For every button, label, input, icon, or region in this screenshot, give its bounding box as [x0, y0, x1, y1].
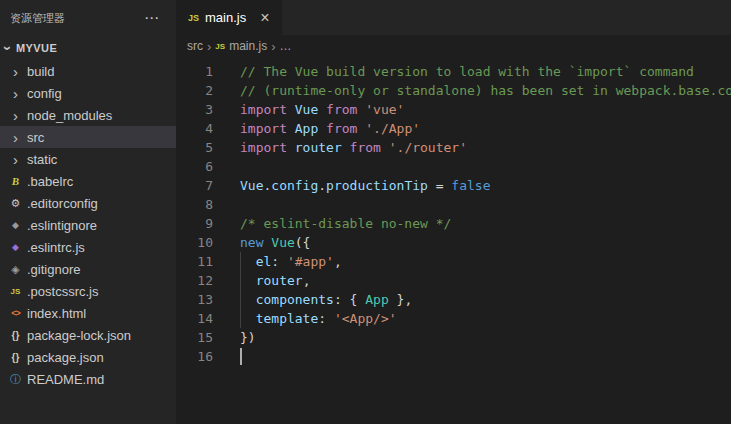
- token-comment: // The Vue build version to load with th…: [240, 64, 694, 79]
- project-section-label: MYVUE: [16, 42, 57, 54]
- tree-item-.postcssrc.js[interactable]: JS.postcssrc.js: [0, 280, 176, 302]
- line-number: 13: [176, 290, 213, 309]
- line-number: 10: [176, 233, 213, 252]
- line-content: router,: [240, 271, 310, 290]
- chevron-right-icon: ›: [8, 152, 23, 167]
- tree-item-label: static: [27, 152, 57, 167]
- token-keyword: import: [240, 140, 295, 155]
- explorer-title: 资源管理器: [10, 11, 65, 26]
- code-line-15[interactable]: 15}): [176, 328, 731, 347]
- code-line-13[interactable]: 13 components: { App },: [176, 290, 731, 309]
- token-var: template: [256, 311, 319, 326]
- code-line-2[interactable]: 2// (runtime-only or standalone) has bee…: [176, 81, 731, 100]
- line-content: import Vue from 'vue': [240, 100, 404, 119]
- chevron-right-icon: ›: [207, 39, 211, 54]
- tab-label: main.js: [205, 10, 246, 25]
- js-icon: JS: [188, 13, 199, 23]
- tree-item-src[interactable]: ›src: [0, 126, 176, 148]
- code-line-16[interactable]: 16: [176, 347, 731, 366]
- eslint-ignore-icon: ◆: [8, 220, 23, 230]
- code-line-14[interactable]: 14 template: '<App/>': [176, 309, 731, 328]
- token-plain: ,: [303, 273, 311, 288]
- token-plain: =: [428, 178, 451, 193]
- project-section-header[interactable]: › MYVUE: [0, 36, 176, 60]
- more-actions-icon[interactable]: ⋯: [144, 9, 160, 27]
- breadcrumb-item-more[interactable]: …: [280, 39, 292, 53]
- indent-guide: [240, 290, 241, 309]
- token-keyword: from: [342, 140, 389, 155]
- tree-item-label: node_modules: [27, 108, 112, 123]
- git-icon: ◈: [8, 263, 23, 276]
- token-var: productionTip: [326, 178, 428, 193]
- tree-item-.eslintignore[interactable]: ◆.eslintignore: [0, 214, 176, 236]
- tree-item-label: .gitignore: [27, 262, 80, 277]
- tree-item-package.json[interactable]: {}package.json: [0, 346, 176, 368]
- token-plain: [240, 273, 256, 288]
- line-number: 12: [176, 271, 213, 290]
- tab-bar: JS main.js ×: [176, 0, 731, 35]
- js-icon: JS: [215, 42, 225, 51]
- code-line-6[interactable]: 6: [176, 157, 731, 176]
- tree-item-README.md[interactable]: ⓘREADME.md: [0, 368, 176, 390]
- tree-item-static[interactable]: ›static: [0, 148, 176, 170]
- line-content: Vue.config.productionTip = false: [240, 176, 490, 195]
- code-line-11[interactable]: 11 el: '#app',: [176, 252, 731, 271]
- code-line-7[interactable]: 7Vue.config.productionTip = false: [176, 176, 731, 195]
- token-var: components: [256, 292, 334, 307]
- close-icon[interactable]: ×: [260, 10, 269, 26]
- json-icon: {}: [8, 330, 23, 341]
- token-const: false: [451, 178, 490, 193]
- tree-item-config[interactable]: ›config: [0, 82, 176, 104]
- token-keyword: import: [240, 121, 295, 136]
- tree-item-node_modules[interactable]: ›node_modules: [0, 104, 176, 126]
- line-number: 15: [176, 328, 213, 347]
- token-var: App: [295, 121, 318, 136]
- token-keyword: import: [240, 102, 295, 117]
- code-line-1[interactable]: 1// The Vue build version to load with t…: [176, 62, 731, 81]
- indent-guide: [240, 252, 241, 271]
- gear-icon: ⚙: [8, 197, 23, 210]
- token-var: router: [256, 273, 303, 288]
- line-content: new Vue({: [240, 233, 310, 252]
- line-content: components: { App },: [240, 290, 412, 309]
- text-cursor: [240, 348, 242, 365]
- line-content: /* eslint-disable no-new */: [240, 214, 451, 233]
- code-line-12[interactable]: 12 router,: [176, 271, 731, 290]
- chevron-right-icon: ›: [8, 130, 23, 145]
- line-number: 8: [176, 195, 213, 214]
- breadcrumb-item-file[interactable]: main.js: [229, 39, 267, 53]
- tree-item-label: README.md: [27, 372, 104, 387]
- code-line-3[interactable]: 3import Vue from 'vue': [176, 100, 731, 119]
- babel-icon: B: [8, 175, 23, 187]
- code-line-9[interactable]: 9/* eslint-disable no-new */: [176, 214, 731, 233]
- tree-item-.gitignore[interactable]: ◈.gitignore: [0, 258, 176, 280]
- tree-item-label: .postcssrc.js: [27, 284, 99, 299]
- tree-item-.editorconfig[interactable]: ⚙.editorconfig: [0, 192, 176, 214]
- breadcrumb-item-src[interactable]: src: [187, 39, 203, 53]
- code-line-4[interactable]: 4import App from './App': [176, 119, 731, 138]
- tree-item-label: package-lock.json: [27, 328, 131, 343]
- token-var: router: [295, 140, 342, 155]
- tab-main-js[interactable]: JS main.js ×: [176, 0, 282, 35]
- chevron-right-icon: ›: [271, 39, 275, 54]
- code-editor[interactable]: 1// The Vue build version to load with t…: [176, 57, 731, 424]
- breadcrumb: src › JS main.js › …: [176, 35, 731, 57]
- tree-item-build[interactable]: ›build: [0, 60, 176, 82]
- code-line-8[interactable]: 8: [176, 195, 731, 214]
- json-icon: {}: [8, 352, 23, 363]
- tree-item-package-lock.json[interactable]: {}package-lock.json: [0, 324, 176, 346]
- explorer-sidebar: 资源管理器 ⋯ › MYVUE ›build›config›node_modul…: [0, 0, 176, 424]
- token-plain: [240, 254, 256, 269]
- line-number: 4: [176, 119, 213, 138]
- indent-guide: [240, 271, 241, 290]
- line-content: // (runtime-only or standalone) has been…: [240, 81, 731, 100]
- token-plain: :: [271, 254, 287, 269]
- code-line-5[interactable]: 5import router from './router': [176, 138, 731, 157]
- tree-item-index.html[interactable]: <>index.html: [0, 302, 176, 324]
- code-line-10[interactable]: 10new Vue({: [176, 233, 731, 252]
- tree-item-.eslintrc.js[interactable]: ◆.eslintrc.js: [0, 236, 176, 258]
- tree-item-.babelrc[interactable]: B.babelrc: [0, 170, 176, 192]
- token-string: './router': [389, 140, 467, 155]
- token-keyword: from: [318, 121, 365, 136]
- token-plain: },: [389, 292, 412, 307]
